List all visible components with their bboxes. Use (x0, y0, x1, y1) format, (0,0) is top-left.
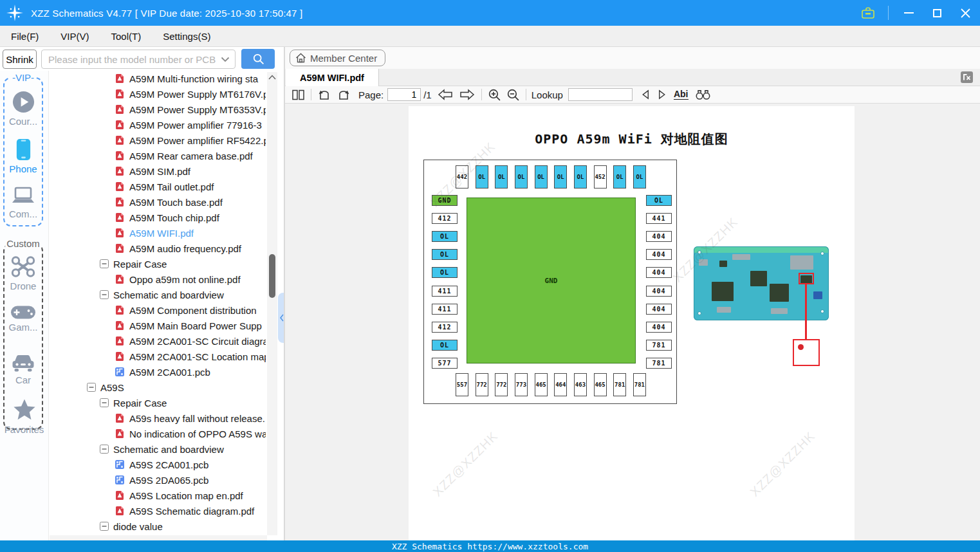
menu-settings[interactable]: Settings(S) (163, 31, 210, 42)
menu-file[interactable]: File(F) (11, 31, 39, 42)
pdf-file-icon (115, 305, 125, 315)
tree-item[interactable]: A59M Power amplifier 77916-3 (50, 117, 266, 133)
scroll-up-icon[interactable] (268, 75, 276, 80)
car-icon (10, 353, 36, 373)
tree-item[interactable]: A59M Power amplifier RF5422.p (50, 133, 266, 148)
tree-item-label: A59S Schematic diagram.pdf (129, 506, 254, 517)
tree-item[interactable]: A59M Power Supply MT6353V.p (50, 102, 266, 117)
tree-item[interactable]: A59M Multi-function wiring sta (50, 71, 266, 86)
zoom-in-icon[interactable] (485, 88, 504, 102)
tree-item[interactable]: A59S Location map en.pdf (50, 488, 266, 503)
scrollbar-thumb[interactable] (269, 254, 275, 298)
search-input[interactable] (42, 54, 221, 65)
tab-a59m-wifi[interactable]: A59M WIFI.pdf (286, 69, 379, 86)
tree-item[interactable]: A59M Main Board Power Supp (50, 318, 266, 333)
page-number-input[interactable] (387, 88, 421, 101)
zoom-out-icon[interactable] (504, 88, 522, 102)
shrink-button[interactable]: Shrink (3, 50, 37, 69)
menu-tool[interactable]: Tool(T) (111, 31, 142, 42)
two-page-view-icon[interactable] (289, 89, 308, 100)
home-icon (295, 53, 306, 63)
status-link[interactable]: XZZ Schematics https://www.xzztools.com (392, 542, 588, 551)
tree-item[interactable]: Schematic and boardview (50, 441, 266, 457)
collapse-minus-icon (87, 383, 96, 392)
chevron-down-icon[interactable] (221, 57, 230, 62)
lookup-input[interactable] (568, 88, 633, 101)
tree-item[interactable]: A59M audio frequency.pdf (50, 241, 266, 256)
tree-item[interactable]: Schematic and boardview (50, 287, 266, 302)
tree-item-label: A59S 2CA001.pcb (129, 459, 208, 470)
text-select-abi-button[interactable]: Abi (674, 89, 689, 100)
pdf-file-icon (115, 320, 125, 331)
tree-item[interactable]: Repair Case (50, 256, 266, 271)
tree-item[interactable]: A59M Component distribution (50, 302, 266, 318)
rail-item-course[interactable]: Cour... (5, 90, 42, 127)
next-page-icon[interactable] (456, 88, 478, 101)
resistance-box: OL (432, 231, 458, 242)
tree-item[interactable]: Oppo a59m not online.pdf (50, 271, 266, 287)
window-title: XZZ Schematics V4.77 [ VIP Due date: 202… (31, 8, 302, 19)
search-button[interactable] (241, 49, 275, 69)
tree-item-label: A59M Main Board Power Supp (129, 320, 262, 331)
close-all-tabs-icon[interactable] (961, 71, 973, 83)
tree-item[interactable]: A59S (50, 380, 266, 395)
tree-item[interactable]: Repair Case (50, 395, 266, 410)
rail-item-phone[interactable]: Phone (5, 138, 42, 174)
tree-item-label: A59M 2CA001-SC Circuit diagra (129, 336, 266, 347)
tree-item-label: A59S (100, 382, 124, 393)
app-logo-icon (6, 5, 23, 21)
rail-item-computer[interactable]: Com... (5, 185, 42, 219)
tree-item[interactable]: A59S Schematic diagram.pdf (50, 503, 266, 519)
diagram-right-column: OL441404404404404404404781781 (646, 195, 672, 369)
rail-item-car[interactable]: Car (5, 353, 42, 385)
tree-item[interactable]: A59M 2CA001-SC Circuit diagra (50, 333, 266, 349)
maximize-button[interactable] (929, 5, 945, 21)
menu-vip[interactable]: VIP(V) (60, 31, 89, 42)
find-next-icon[interactable] (654, 89, 670, 100)
resistance-box: 412 (432, 213, 458, 224)
resistance-box: 465 (535, 373, 548, 396)
resistance-box: 441 (646, 213, 672, 224)
vip-group-box: -VIP- Cour... Phone (3, 77, 43, 226)
tree-item[interactable]: diode value (50, 519, 266, 534)
member-center-button[interactable]: Member Center (290, 50, 385, 66)
tree-item[interactable]: A59M Touch base.pdf (50, 194, 266, 210)
tree-item[interactable]: A59M Rear camera base.pdf (50, 148, 266, 163)
tree-scrollbar[interactable] (267, 72, 277, 535)
tree-item[interactable]: A59S 2CA001.pcb (50, 457, 266, 472)
close-button[interactable] (957, 5, 974, 21)
tree-item[interactable]: No indication of OPPO A59S wa (50, 426, 266, 441)
vip-briefcase-icon[interactable] (860, 5, 876, 21)
callout-line (805, 284, 807, 340)
status-bar: XZZ Schematics https://www.xzztools.com (0, 540, 980, 552)
minimize-button[interactable] (900, 5, 917, 21)
rail-item-game[interactable]: Gam... (5, 305, 42, 333)
model-search-combobox[interactable] (41, 50, 236, 69)
tree-item[interactable]: A59M Touch chip.pdf (50, 210, 266, 225)
tree-item[interactable]: A59S 2DA065.pcb (50, 472, 266, 488)
find-previous-icon[interactable] (638, 89, 654, 100)
resistance-box: 463 (574, 373, 587, 396)
rotate-right-icon[interactable] (334, 88, 353, 101)
resistance-box: OL (432, 340, 458, 351)
previous-page-icon[interactable] (434, 88, 456, 101)
rail-item-label: Com... (9, 208, 37, 219)
pdf-file-icon (115, 274, 125, 284)
pdf-file-icon (115, 243, 125, 253)
tree-item-label: A59M 2CA001.pcb (129, 367, 210, 378)
tree-item[interactable]: A59M WIFI.pdf (50, 225, 266, 241)
tree-hscrollbar[interactable] (50, 535, 267, 540)
tree-item[interactable]: A59s heavy fall without release. (50, 410, 266, 426)
rotate-left-icon[interactable] (315, 88, 334, 101)
rail-item-favorites[interactable]: Favorites (0, 398, 48, 435)
tree-item[interactable]: A59M Tail outlet.pdf (50, 179, 266, 194)
window-titlebar: XZZ Schematics V4.77 [ VIP Due date: 202… (0, 0, 980, 26)
resistance-box: OL (515, 165, 528, 189)
rail-item-drone[interactable]: Drone (5, 255, 42, 291)
binoculars-icon[interactable] (692, 89, 714, 100)
tree-item[interactable]: A59M SIM.pdf (50, 163, 266, 179)
tree-item[interactable]: A59M 2CA001.pcb (50, 364, 266, 380)
resistance-box: OL (476, 165, 488, 189)
tree-item[interactable]: A59M 2CA001-SC Location map (50, 349, 266, 364)
tree-item[interactable]: A59M Power Supply MT6176V.p (50, 86, 266, 102)
